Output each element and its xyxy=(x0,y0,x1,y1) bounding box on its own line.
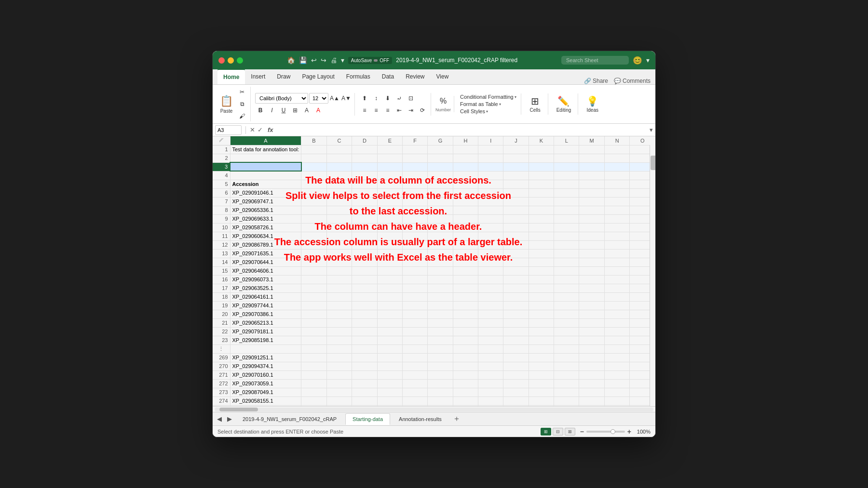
cell[interactable] xyxy=(478,171,503,180)
cell[interactable] xyxy=(301,284,326,292)
cell[interactable] xyxy=(428,145,453,154)
cell[interactable] xyxy=(478,145,503,154)
cell[interactable] xyxy=(301,188,326,197)
cell[interactable] xyxy=(326,362,352,370)
cell[interactable] xyxy=(579,362,605,370)
cut-button[interactable]: ✂ xyxy=(237,87,247,97)
cell[interactable] xyxy=(579,405,605,406)
search-input[interactable] xyxy=(561,56,629,65)
fill-color-button[interactable]: A xyxy=(301,105,312,116)
tab-formulas[interactable]: Formulas xyxy=(340,69,376,84)
cell[interactable] xyxy=(453,344,478,353)
cell[interactable] xyxy=(403,336,428,344)
cell[interactable] xyxy=(554,266,579,275)
cell[interactable] xyxy=(301,275,326,284)
col-header-f[interactable]: F xyxy=(403,136,428,145)
cell[interactable] xyxy=(604,318,629,327)
cell[interactable] xyxy=(604,353,629,362)
cell[interactable] xyxy=(352,310,377,318)
cell[interactable] xyxy=(377,249,402,258)
cell[interactable] xyxy=(604,284,629,292)
cell[interactable] xyxy=(377,188,402,197)
cell[interactable] xyxy=(428,379,453,388)
cell[interactable] xyxy=(503,154,529,162)
cell[interactable] xyxy=(326,405,352,406)
cell[interactable] xyxy=(529,353,554,362)
tab-draw[interactable]: Draw xyxy=(271,69,296,84)
cell[interactable]: XP_029064161.1 xyxy=(230,292,301,301)
cell[interactable] xyxy=(453,266,478,275)
cell[interactable] xyxy=(377,336,402,344)
cell[interactable] xyxy=(301,344,326,353)
cell[interactable] xyxy=(403,154,428,162)
cell[interactable] xyxy=(352,379,377,388)
close-button[interactable] xyxy=(218,57,225,64)
cell[interactable] xyxy=(529,258,554,266)
cell[interactable] xyxy=(579,301,605,310)
cell[interactable] xyxy=(428,388,453,396)
cell[interactable] xyxy=(453,388,478,396)
cell[interactable] xyxy=(301,362,326,370)
cell[interactable] xyxy=(604,171,629,180)
cell[interactable] xyxy=(554,379,579,388)
cell[interactable] xyxy=(301,154,326,162)
bold-button[interactable]: B xyxy=(255,105,266,116)
cell[interactable] xyxy=(453,336,478,344)
cell[interactable] xyxy=(377,180,402,188)
cell[interactable] xyxy=(604,214,629,223)
cell[interactable] xyxy=(453,171,478,180)
cell[interactable] xyxy=(579,180,605,188)
cell[interactable] xyxy=(529,171,554,180)
cell[interactable] xyxy=(579,266,605,275)
cell[interactable] xyxy=(428,344,453,353)
cell[interactable] xyxy=(579,197,605,206)
cell[interactable] xyxy=(428,249,453,258)
align-bottom-button[interactable]: ⬇ xyxy=(382,93,393,104)
cell[interactable] xyxy=(453,362,478,370)
cell[interactable] xyxy=(478,188,503,197)
cell[interactable] xyxy=(326,206,352,214)
cell[interactable] xyxy=(352,327,377,336)
cell[interactable] xyxy=(428,318,453,327)
cell[interactable]: XP_029097744.1 xyxy=(230,301,301,310)
cell[interactable] xyxy=(529,379,554,388)
cell[interactable] xyxy=(377,396,402,405)
cell[interactable] xyxy=(301,292,326,301)
tab-home[interactable]: Home xyxy=(217,69,245,84)
sheet-tab-2[interactable]: Starting-data xyxy=(345,413,390,425)
cell[interactable] xyxy=(377,344,402,353)
cell[interactable] xyxy=(428,162,453,171)
home-icon[interactable]: 🏠 xyxy=(287,56,295,64)
cell[interactable] xyxy=(604,258,629,266)
minimize-button[interactable] xyxy=(228,57,234,64)
cell[interactable] xyxy=(478,180,503,188)
cell[interactable] xyxy=(453,379,478,388)
cell[interactable] xyxy=(529,232,554,240)
cell[interactable] xyxy=(579,370,605,379)
cell[interactable] xyxy=(554,162,579,171)
cell[interactable] xyxy=(503,249,529,258)
cell[interactable] xyxy=(326,396,352,405)
cell[interactable] xyxy=(503,162,529,171)
cell[interactable] xyxy=(579,336,605,344)
cell[interactable] xyxy=(478,388,503,396)
cell[interactable] xyxy=(604,197,629,206)
cell[interactable]: XP_029069747.1 xyxy=(230,197,301,206)
font-family-select[interactable]: Calibri (Body) xyxy=(255,93,308,104)
cell[interactable] xyxy=(503,396,529,405)
cell[interactable] xyxy=(453,292,478,301)
redo-icon[interactable]: ↪ xyxy=(321,56,326,64)
cell[interactable] xyxy=(377,258,402,266)
cell[interactable] xyxy=(579,327,605,336)
cell[interactable] xyxy=(453,310,478,318)
cell[interactable] xyxy=(478,327,503,336)
cell[interactable] xyxy=(554,353,579,362)
undo-icon[interactable]: ↩ xyxy=(311,56,317,64)
cell[interactable] xyxy=(554,145,579,154)
underline-button[interactable]: U xyxy=(278,105,289,116)
cell[interactable] xyxy=(453,301,478,310)
cell[interactable] xyxy=(230,344,301,353)
cell[interactable] xyxy=(326,197,352,206)
cell[interactable] xyxy=(503,379,529,388)
cell[interactable] xyxy=(604,327,629,336)
